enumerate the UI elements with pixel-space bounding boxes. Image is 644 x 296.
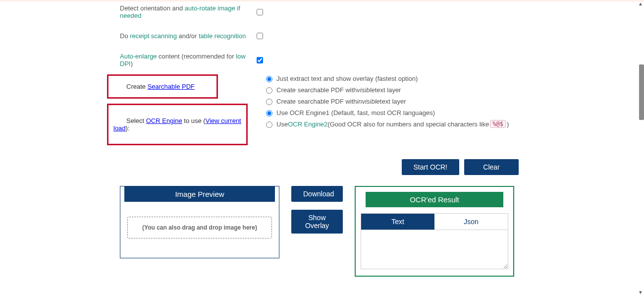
orientation-prefix: Detect orientation and bbox=[120, 4, 185, 12]
radio-row-invisible: Create searchable PDF with invisible tex… bbox=[264, 97, 509, 105]
ocr-result-panel: OCR'ed Result Text Json bbox=[355, 186, 514, 277]
scrollbar-thumb[interactable] bbox=[639, 64, 644, 120]
radio-visible-prefix: Create searchable PDF with bbox=[276, 86, 357, 94]
radio-engine2[interactable] bbox=[266, 121, 272, 128]
enlarge-mid: content (recommended for bbox=[157, 53, 236, 60]
radio-engine1[interactable] bbox=[266, 110, 272, 117]
tab-text[interactable]: Text bbox=[361, 214, 434, 230]
ocr-result-title: OCR'ed Result bbox=[366, 192, 503, 207]
ocr-engine-link[interactable]: OCR Engine bbox=[146, 117, 182, 124]
create-pdf-prefix: Create bbox=[113, 83, 148, 90]
radio-invisible-suffix: text layer bbox=[380, 98, 406, 105]
radio-visible[interactable] bbox=[266, 87, 272, 94]
ocr-engine2-link[interactable]: OCR Engine2 bbox=[288, 120, 327, 128]
radio-row-visible: Create searchable PDF with visible text … bbox=[264, 86, 509, 94]
select-engine-suffix: ): bbox=[126, 124, 130, 132]
select-engine-prefix: Select bbox=[113, 117, 146, 124]
radio-row-extract: Just extract text and show overlay (fast… bbox=[264, 74, 509, 82]
select-engine-box: Select OCR Engine to use (View current l… bbox=[107, 104, 248, 145]
result-textarea[interactable] bbox=[361, 230, 508, 269]
radio-invisible[interactable] bbox=[266, 99, 272, 105]
enlarge-suffix: ) bbox=[131, 60, 133, 67]
receipt-scanning-link[interactable]: receipt scanning bbox=[130, 32, 177, 40]
image-preview-title: Image Preview bbox=[124, 186, 275, 202]
option-row-enlarge: Auto-enlarge content (recommended for lo… bbox=[120, 53, 614, 67]
radio-invisible-prefix: Create searchable PDF with bbox=[276, 98, 357, 105]
scroll-up-icon[interactable]: ▲ bbox=[638, 1, 643, 6]
scroll-down-icon[interactable]: ▼ bbox=[638, 290, 643, 295]
radio-row-engine2: Use OCR Engine2 (Good OCR also for numbe… bbox=[264, 120, 509, 128]
enlarge-checkbox[interactable] bbox=[257, 57, 263, 63]
pdf-and-engine-group: Create Searchable PDF Select OCR Engine … bbox=[120, 74, 614, 150]
radio-visible-suffix: text layer bbox=[375, 86, 401, 94]
image-preview-panel: Image Preview (You can also drag and dro… bbox=[120, 186, 279, 258]
radio-engine2-suffix: ) bbox=[507, 120, 509, 128]
radio-engine2-prefix: Use bbox=[276, 120, 288, 128]
radio-engine2-mid: (Good OCR also for numbers and special c… bbox=[327, 120, 489, 128]
tab-json[interactable]: Json bbox=[434, 214, 508, 230]
create-pdf-box: Create Searchable PDF bbox=[107, 74, 218, 99]
start-ocr-button[interactable]: Start OCR! bbox=[402, 159, 459, 175]
receipt-mid: and/or bbox=[177, 32, 199, 40]
option-row-receipt: Do receipt scanning and/or table recogni… bbox=[120, 31, 614, 41]
searchable-pdf-link[interactable]: Searchable PDF bbox=[148, 83, 195, 90]
auto-enlarge-link[interactable]: Auto-enlarge bbox=[120, 53, 157, 60]
radio-row-engine1: Use OCR Engine1 (Default, fast, most OCR… bbox=[264, 109, 509, 117]
clear-button[interactable]: Clear bbox=[464, 159, 519, 175]
radio-extract-label: Just extract text and show overlay (fast… bbox=[276, 75, 418, 82]
download-button[interactable]: Download bbox=[291, 186, 343, 202]
receipt-checkbox[interactable] bbox=[257, 33, 263, 39]
radio-extract[interactable] bbox=[266, 76, 272, 82]
drop-zone[interactable]: (You can also drag and drop image here) bbox=[127, 217, 272, 238]
radio-invisible-em: invisible bbox=[357, 98, 380, 105]
orientation-checkbox[interactable] bbox=[257, 9, 263, 15]
special-chars-code: %@$ bbox=[490, 120, 506, 128]
show-overlay-button[interactable]: Show Overlay bbox=[291, 210, 343, 234]
select-engine-mid: to use ( bbox=[182, 117, 206, 124]
receipt-prefix: Do bbox=[120, 32, 130, 40]
radio-visible-em: visible bbox=[357, 86, 375, 94]
option-row-orientation: Detect orientation and auto-rotate image… bbox=[120, 4, 614, 19]
radio-engine1-label: Use OCR Engine1 (Default, fast, most OCR… bbox=[276, 109, 435, 117]
table-recognition-link[interactable]: table recognition bbox=[199, 32, 246, 40]
